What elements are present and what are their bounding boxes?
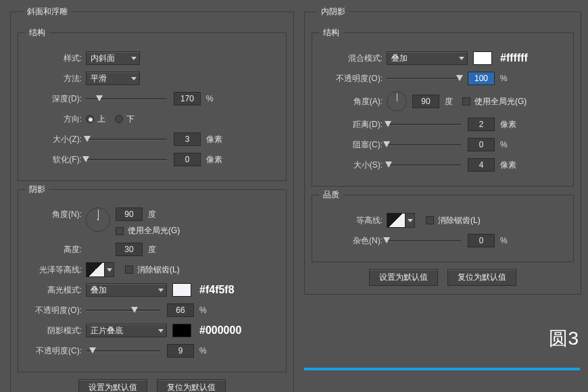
corner-label: 圆3 — [549, 326, 579, 351]
inner-shadow-quality: 品质 等高线: 消除锯齿(L) 杂色(N): % — [312, 189, 574, 262]
highlight-opacity-slider[interactable] — [86, 306, 160, 314]
highlight-mode-select[interactable]: 叠加 — [86, 283, 167, 297]
global-light-checkbox[interactable]: 使用全局光(G) — [116, 225, 180, 237]
blend-mode-select[interactable]: 叠加 — [387, 51, 468, 65]
distance-unit: 像素 — [500, 119, 516, 130]
shadow-opacity-slider[interactable] — [86, 347, 160, 355]
separator-line — [304, 368, 580, 370]
contour-swatch[interactable] — [387, 213, 406, 228]
altitude-label: 高度: — [25, 244, 86, 255]
soften-input[interactable] — [174, 153, 201, 166]
bevel-set-default-button[interactable]: 设置为默认值 — [78, 379, 147, 392]
noise-slider[interactable] — [387, 237, 461, 245]
is-size-unit: 像素 — [500, 160, 516, 171]
size-label: 大小(Z): — [25, 134, 86, 145]
noise-input[interactable] — [468, 234, 495, 247]
shadow-opacity-unit: % — [199, 346, 207, 356]
highlight-mode-label: 高光模式: — [25, 285, 86, 296]
chevron-down-icon — [131, 57, 137, 60]
blend-hex: #ffffff — [500, 52, 528, 64]
depth-slider[interactable] — [86, 95, 167, 103]
choke-input[interactable] — [468, 138, 495, 151]
blend-color-swatch[interactable] — [473, 51, 492, 65]
chevron-down-icon — [459, 57, 464, 60]
bevel-emboss-group: 斜面和浮雕 结构 样式: 内斜面 方法: 平滑 深度(D): — [10, 6, 294, 392]
highlight-opacity-unit: % — [199, 305, 207, 315]
shadow-opacity-input[interactable] — [167, 344, 194, 358]
is-opacity-slider[interactable] — [387, 74, 461, 82]
choke-slider[interactable] — [387, 141, 461, 149]
size-unit: 像素 — [206, 134, 222, 145]
size-slider[interactable] — [86, 135, 167, 143]
soften-slider[interactable] — [86, 155, 167, 164]
shadow-mode-select[interactable]: 正片叠底 — [86, 324, 167, 337]
blend-mode-label: 混合模式: — [319, 53, 387, 64]
style-label: 样式: — [25, 53, 86, 64]
is-angle-dial[interactable] — [387, 91, 407, 112]
highlight-opacity-label: 不透明度(O): — [25, 305, 86, 316]
antialias-checkbox[interactable]: 消除锯齿(L) — [125, 264, 180, 276]
shadow-opacity-label: 不透明度(C): — [25, 345, 86, 357]
depth-label: 深度(D): — [25, 93, 86, 105]
inner-shadow-quality-title: 品质 — [319, 189, 343, 201]
chevron-down-icon — [158, 329, 164, 333]
gloss-contour-swatch[interactable] — [86, 262, 105, 277]
choke-unit: % — [500, 140, 508, 149]
inner-shadow-structure: 结构 混合模式: 叠加 #ffffff 不透明度(O): % 角度(A): — [312, 27, 574, 187]
method-select[interactable]: 平滑 — [86, 72, 140, 85]
choke-label: 阻塞(C): — [319, 139, 387, 151]
highlight-opacity-input[interactable] — [167, 303, 194, 317]
direction-label: 方向: — [25, 114, 86, 125]
noise-unit: % — [500, 236, 508, 245]
contour-label: 等高线: — [319, 215, 387, 226]
is-size-label: 大小(S): — [319, 160, 387, 171]
shadow-hex: #000000 — [199, 324, 241, 337]
is-opacity-label: 不透明度(O): — [319, 73, 387, 84]
is-global-light-checkbox[interactable]: 使用全局光(G) — [462, 96, 526, 107]
depth-unit: % — [206, 94, 214, 103]
angle-unit: 度 — [148, 209, 156, 220]
is-antialias-checkbox[interactable]: 消除锯齿(L) — [426, 215, 481, 226]
is-angle-input[interactable] — [412, 95, 439, 108]
bevel-shading: 阴影 角度(N): 度 使用全局光(G) 高 — [18, 184, 287, 372]
chevron-down-icon — [131, 77, 137, 80]
chevron-down-icon — [158, 289, 164, 292]
angle-label: 角度(N): — [25, 207, 86, 220]
angle-input[interactable] — [116, 207, 143, 221]
bevel-title: 斜面和浮雕 — [23, 6, 72, 18]
bevel-structure: 结构 样式: 内斜面 方法: 平滑 深度(D): % — [18, 27, 287, 181]
is-size-slider[interactable] — [387, 161, 461, 169]
inner-shadow-title: 内阴影 — [317, 6, 349, 18]
is-reset-default-button[interactable]: 复位为默认值 — [447, 269, 516, 286]
style-select[interactable]: 内斜面 — [86, 51, 140, 65]
is-opacity-unit: % — [500, 74, 508, 83]
direction-up-radio[interactable]: 上 — [86, 114, 105, 125]
is-opacity-input[interactable] — [468, 72, 495, 85]
inner-shadow-structure-title: 结构 — [319, 27, 343, 39]
noise-label: 杂色(N): — [319, 235, 387, 247]
gloss-contour-label: 光泽等高线: — [25, 264, 86, 276]
size-input[interactable] — [174, 132, 201, 146]
angle-dial[interactable] — [86, 207, 110, 232]
soften-unit: 像素 — [206, 154, 222, 166]
highlight-hex: #f4f5f8 — [199, 284, 235, 296]
distance-label: 距离(D): — [319, 119, 387, 130]
bevel-reset-default-button[interactable]: 复位为默认值 — [157, 379, 226, 392]
distance-input[interactable] — [468, 118, 495, 131]
bevel-structure-title: 结构 — [25, 27, 49, 39]
is-set-default-button[interactable]: 设置为默认值 — [369, 269, 438, 286]
contour-dropdown[interactable] — [406, 213, 415, 228]
gloss-contour-dropdown[interactable] — [105, 262, 114, 277]
highlight-color-swatch[interactable] — [172, 283, 191, 297]
bevel-shading-title: 阴影 — [25, 184, 49, 195]
chevron-down-icon — [408, 219, 413, 222]
is-size-input[interactable] — [468, 158, 495, 172]
distance-slider[interactable] — [387, 120, 461, 128]
inner-shadow-group: 内阴影 结构 混合模式: 叠加 #ffffff 不透明度(O): % — [304, 6, 581, 295]
altitude-input[interactable] — [116, 243, 143, 256]
depth-input[interactable] — [174, 92, 201, 105]
direction-down-radio[interactable]: 下 — [115, 114, 134, 125]
shadow-color-swatch[interactable] — [172, 324, 191, 337]
altitude-unit: 度 — [148, 244, 156, 255]
is-angle-unit: 度 — [445, 96, 453, 107]
